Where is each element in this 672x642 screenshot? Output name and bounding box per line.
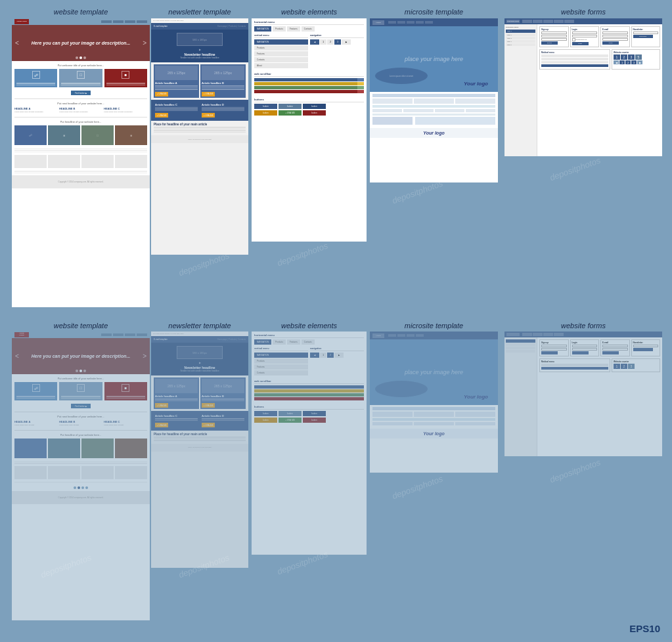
- label-website-elements-2: website elements: [252, 322, 367, 330]
- we-scroll-title: web scrollbar: [254, 72, 364, 77]
- wt-footer: Copyright © 2014 company.com. All rights…: [12, 175, 150, 188]
- label-newsletter-template-1: newsletter template: [151, 8, 248, 16]
- website-forms-card-1: Fontname menu Fontname menu Item 1 Item …: [504, 18, 662, 156]
- wt-img-title: Put headline of your website here...: [12, 120, 150, 123]
- we-hmenu-title: horizontal menu: [254, 20, 364, 25]
- nt-article-a: Article headline A: [155, 81, 198, 85]
- wt-headline-b: HEADLINE B: [59, 107, 102, 110]
- microsite-template-card-1: LOGO place your image here Lorem ipsum d…: [370, 18, 498, 182]
- wt-hero-arrow-left: <: [15, 39, 19, 47]
- website-elements-card-2: horizontal menu NAVIGATION Products Feat…: [252, 332, 367, 555]
- nt-btn-d[interactable]: + USA 346: [202, 113, 215, 118]
- microsite-template-card-2: LOGO place your image here Your logo: [370, 332, 498, 473]
- we-hmenu-4: Contacts: [302, 26, 315, 32]
- nt-article-b: Article headline B: [202, 81, 244, 85]
- we-hmenu-3: Features: [287, 26, 300, 32]
- mst-logo: Your logo: [464, 81, 488, 87]
- label-website-elements-1: website elements: [252, 8, 367, 16]
- wt-logo: YOUR LOGO: [14, 19, 29, 24]
- label-microsite-template-2: microsite template: [370, 322, 498, 330]
- label-website-template-2: website template: [12, 322, 150, 330]
- mst-footer-logo: Your logo: [423, 131, 444, 135]
- label-website-forms-2: website forms: [504, 322, 662, 330]
- watermark-3: depositphotos: [276, 241, 329, 268]
- we-buttons-title: buttons: [254, 98, 364, 102]
- nt-btn-c[interactable]: + USA 346: [155, 113, 168, 118]
- wt-btn-1[interactable]: Find button ▶: [71, 91, 91, 95]
- wt-welcome-title: Put welcome title of your website here..…: [12, 64, 150, 67]
- wt-headline-c: HEADLINE C: [104, 107, 147, 110]
- nt-article-d: Article headline D: [202, 103, 244, 106]
- watermark-10: depositphotos: [549, 458, 602, 485]
- wt-hero-arrow-right: >: [143, 39, 146, 47]
- watermark-9: depositphotos: [391, 474, 444, 502]
- nt-btn-a[interactable]: + USA 346: [155, 92, 168, 96]
- website-elements-card-1: horizontal menu NAVIGATION Products Feat…: [252, 18, 367, 242]
- nt-btn-b[interactable]: + USA 346: [202, 92, 215, 96]
- eps-badge: EPS10: [629, 623, 660, 634]
- website-template-card-2: YOURLOGO < Here you can put your image o…: [12, 332, 150, 620]
- newsletter-template-card-2: For view online version you can click he…: [151, 332, 248, 568]
- wt-hero-text: Here you can put your image or descripti…: [32, 40, 131, 46]
- website-forms-card-2: Sign up Login E-mail: [504, 332, 662, 456]
- label-microsite-template-1: microsite template: [370, 8, 498, 16]
- we-hmenu-1: NAVIGATION: [254, 26, 271, 32]
- wt-next-title: Put next headline of your website here..…: [12, 102, 150, 105]
- newsletter-template-card-1: For view online version you can click he…: [151, 18, 248, 255]
- wt-headline-a: HEADLINE A: [14, 107, 58, 110]
- label-website-template-1: website template: [12, 8, 150, 16]
- we-hmenu-2: Products: [273, 26, 286, 32]
- watermark-5: depositphotos: [549, 156, 602, 183]
- website-template-card-1: YOUR LOGO < Here you can put your image …: [12, 18, 150, 307]
- mst-place-image: place your image here: [405, 56, 463, 62]
- label-website-forms-1: website forms: [504, 8, 662, 16]
- label-newsletter-template-2: newsletter template: [151, 322, 248, 330]
- nt-footer: Here you can put your copyright: [151, 135, 248, 143]
- nt-nav-home: E-mail template: [154, 25, 168, 28]
- nt-article-c: Article headline C: [155, 103, 198, 106]
- nt-subline: Smaller text with smaller newsletter hea…: [180, 56, 219, 59]
